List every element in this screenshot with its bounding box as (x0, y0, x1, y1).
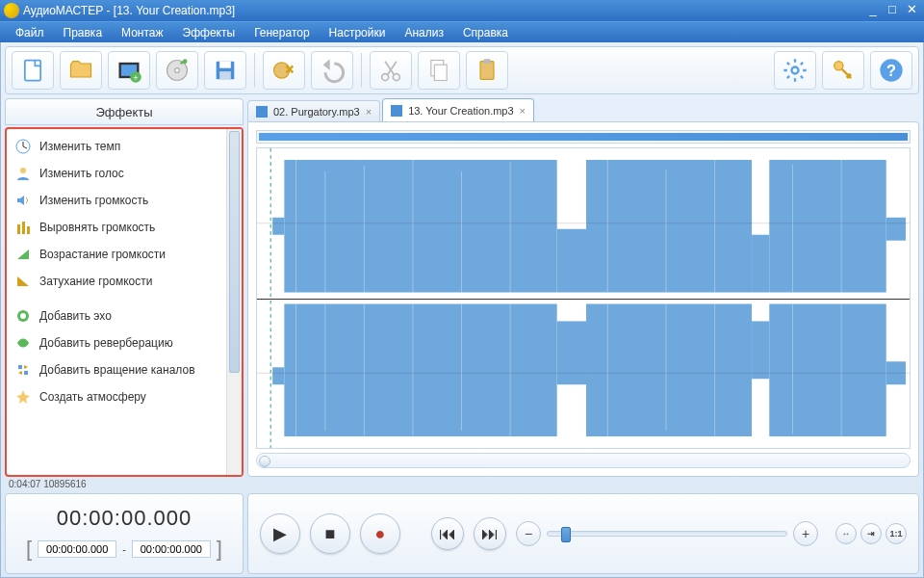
svg-rect-32 (557, 229, 586, 293)
undo-button[interactable] (311, 51, 353, 90)
tab-close-icon[interactable]: × (366, 106, 372, 118)
effects-sidebar: Эффекты Изменить темп Изменить голос Изм… (5, 98, 244, 477)
cut-button[interactable] (370, 51, 412, 90)
window-title: АудиоМАСТЕР - [13. Your Creation.mp3] (23, 4, 862, 17)
svg-text:+: + (133, 73, 138, 83)
effects-list: Изменить темп Изменить голос Изменить гр… (7, 129, 226, 475)
play-button[interactable]: ▶ (260, 513, 300, 554)
effect-normalize[interactable]: Выровнять громкость (7, 214, 226, 241)
cd-button[interactable] (156, 51, 198, 90)
record-button[interactable]: ● (360, 513, 400, 554)
svg-rect-37 (272, 367, 284, 384)
menu-effects[interactable]: Эффекты (173, 24, 245, 41)
effect-label: Затухание громкости (39, 275, 152, 288)
save-button[interactable] (204, 51, 246, 90)
settings-button[interactable] (774, 51, 816, 90)
close-button[interactable]: ✕ (903, 3, 920, 18)
svg-point-23 (20, 168, 26, 173)
menu-file[interactable]: Файл (6, 24, 54, 41)
effect-spacer (7, 295, 226, 302)
status-bar: 0:04:07 10895616 (5, 477, 919, 491)
svg-rect-17 (484, 59, 491, 64)
toolbar: + ? (5, 46, 919, 94)
svg-rect-36 (886, 218, 906, 241)
svg-rect-41 (752, 321, 769, 379)
new-file-button[interactable] (12, 51, 54, 90)
svg-point-18 (792, 67, 799, 74)
paste-button[interactable] (466, 51, 508, 90)
effect-echo[interactable]: Добавить эхо (7, 302, 226, 329)
effect-voice[interactable]: Изменить голос (7, 160, 226, 187)
svg-rect-10 (219, 71, 231, 79)
selection-end-input[interactable] (132, 540, 211, 558)
waveform-display[interactable] (256, 147, 911, 449)
sidebar-scrollbar[interactable] (226, 129, 242, 475)
waveform-overview[interactable] (256, 130, 911, 144)
maximize-button[interactable]: □ (884, 3, 901, 18)
effect-label: Добавить вращение каналов (39, 363, 195, 377)
effect-volume[interactable]: Изменить громкость (7, 187, 226, 214)
svg-rect-16 (480, 62, 494, 80)
svg-text:?: ? (886, 62, 896, 79)
menu-settings[interactable]: Настройки (320, 24, 396, 41)
effect-tempo[interactable]: Изменить темп (7, 133, 226, 160)
fit-selection-button[interactable]: ⇥ (860, 523, 882, 544)
svg-rect-35 (769, 160, 886, 293)
key-button[interactable] (822, 51, 864, 90)
zoom-1to1-button[interactable]: 1:1 (886, 523, 907, 544)
svg-rect-34 (752, 235, 769, 293)
transport-panel: ▶ ■ ● ⏮ ⏭ − + ↔ ⇥ 1:1 (247, 493, 919, 574)
tab-your-creation[interactable]: 13. Your Creation.mp3 × (382, 98, 534, 121)
menu-help[interactable]: Справка (453, 24, 518, 41)
effect-label: Выровнять громкость (39, 221, 155, 234)
open-file-button[interactable] (60, 51, 102, 90)
minimize-button[interactable]: _ (864, 3, 882, 18)
playback-time: 00:00:00.000 (57, 506, 192, 531)
svg-point-19 (834, 62, 843, 70)
mix-button[interactable] (263, 51, 305, 90)
effect-atmosphere[interactable]: Создать атмосферу (7, 383, 226, 410)
menu-edit[interactable]: Правка (54, 24, 113, 41)
copy-button[interactable] (418, 51, 460, 90)
svg-rect-24 (17, 224, 20, 234)
svg-rect-33 (586, 160, 752, 293)
zoom-in-button[interactable]: + (793, 521, 818, 546)
tab-close-icon[interactable]: × (520, 105, 526, 117)
effect-fadeout[interactable]: Затухание громкости (7, 268, 226, 295)
effect-rotate[interactable]: Добавить вращение каналов (7, 356, 226, 383)
audio-file-icon (391, 105, 402, 117)
effect-reverb[interactable]: Добавить реверберацию (7, 329, 226, 356)
bracket-open-icon: [ (26, 537, 32, 562)
svg-rect-9 (219, 62, 231, 68)
next-button[interactable]: ⏭ (474, 517, 506, 550)
effect-label: Изменить громкость (39, 194, 148, 207)
zoom-out-button[interactable]: − (516, 521, 541, 546)
prev-button[interactable]: ⏮ (431, 517, 464, 550)
app-icon (4, 3, 19, 18)
toolbar-separator (254, 53, 255, 88)
toolbar-separator (361, 53, 362, 88)
effect-label: Добавить эхо (39, 309, 112, 323)
tab-purgatory[interactable]: 02. Purgatory.mp3 × (247, 100, 380, 121)
svg-rect-0 (25, 61, 40, 81)
menu-analysis[interactable]: Анализ (395, 24, 453, 41)
video-button[interactable]: + (108, 51, 150, 90)
help-button[interactable]: ? (870, 51, 912, 90)
effect-label: Добавить реверберацию (39, 336, 173, 350)
svg-rect-25 (22, 222, 25, 234)
tab-label: 13. Your Creation.mp3 (408, 105, 513, 117)
stop-button[interactable]: ■ (310, 513, 350, 554)
zoom-slider[interactable] (547, 531, 787, 537)
selection-start-input[interactable] (38, 540, 116, 558)
svg-point-6 (175, 68, 180, 73)
svg-rect-30 (272, 218, 284, 235)
svg-point-28 (20, 313, 26, 319)
horizontal-scrollbar[interactable] (256, 453, 911, 468)
effect-fadein[interactable]: Возрастание громкости (7, 241, 226, 268)
effect-label: Возрастание громкости (39, 248, 166, 261)
fit-horizontal-button[interactable]: ↔ (835, 523, 857, 544)
menu-generator[interactable]: Генератор (244, 24, 319, 41)
menu-bar: Файл Правка Монтаж Эффекты Генератор Нас… (0, 21, 924, 42)
effect-label: Создать атмосферу (39, 390, 146, 404)
menu-montage[interactable]: Монтаж (112, 24, 173, 41)
